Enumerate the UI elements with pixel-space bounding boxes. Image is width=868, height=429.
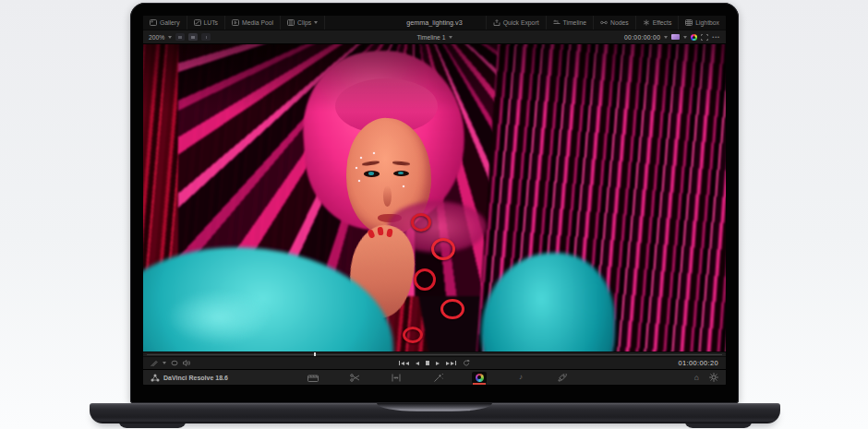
luts-button[interactable]: LUTs — [187, 16, 226, 30]
gallery-label: Gallery — [160, 19, 180, 26]
annotate-pencil-icon[interactable] — [151, 360, 158, 366]
grid-viewer-icon — [191, 36, 195, 39]
app-name: DaVinci Resolve 18.6 — [163, 375, 228, 381]
toolbar-left-group: Gallery LUTs Media Pool Clips — [143, 16, 325, 30]
clips-button[interactable]: Clips — [281, 16, 325, 30]
gallery-icon — [150, 19, 157, 26]
vignette-overlay — [143, 44, 726, 352]
timeline-button[interactable]: Timeline — [546, 16, 593, 30]
loop-button[interactable] — [463, 360, 470, 366]
page-media[interactable] — [306, 372, 320, 384]
compare-icon[interactable] — [171, 360, 178, 366]
zoom-chevron-icon[interactable] — [168, 36, 172, 39]
toolbar-right-group: Quick Export Timeline Nodes Effects — [486, 16, 726, 30]
color-wheels-icon[interactable] — [691, 34, 697, 41]
fairlight-icon: ♪ — [519, 374, 523, 381]
annotate-chevron-icon[interactable] — [163, 362, 166, 364]
transport-bar: 01:00:00:20 — [143, 356, 726, 369]
top-toolbar: Gallery LUTs Media Pool Clips — [143, 16, 726, 30]
transport-controls — [143, 360, 726, 366]
transport-tools — [151, 360, 190, 366]
davinci-resolve-window: Gallery LUTs Media Pool Clips — [143, 16, 726, 385]
status-bar-right: ⌂ — [694, 373, 718, 382]
timeline-icon — [553, 19, 561, 26]
luts-label: LUTs — [204, 19, 219, 26]
play-button[interactable] — [436, 362, 440, 365]
nodes-button[interactable]: Nodes — [593, 16, 635, 30]
cut-icon — [350, 374, 360, 382]
nodes-label: Nodes — [610, 19, 629, 26]
page-switcher: ♪ — [306, 370, 570, 385]
timeline-name: Timeline 1 — [416, 34, 445, 41]
media-icon — [307, 374, 319, 382]
quick-export-icon — [493, 19, 500, 26]
audio-speaker-icon[interactable] — [183, 360, 190, 366]
expand-icon[interactable] — [701, 34, 708, 41]
skip-start-button[interactable] — [399, 361, 409, 365]
clips-label: Clips — [297, 19, 311, 26]
portrait-artwork — [143, 44, 726, 352]
lightbox-label: Lightbox — [695, 19, 719, 26]
page-edit[interactable] — [389, 372, 404, 384]
timeline-chevron-icon — [449, 36, 452, 39]
page-cut[interactable] — [347, 372, 362, 384]
effects-button[interactable]: Effects — [635, 16, 679, 30]
clips-icon — [287, 19, 295, 26]
lightbox-button[interactable]: Lightbox — [678, 16, 726, 30]
quick-export-label: Quick Export — [503, 19, 539, 26]
nodes-icon — [600, 19, 608, 26]
effects-label: Effects — [653, 19, 672, 26]
single-viewer-button[interactable] — [175, 33, 185, 41]
media-pool-button[interactable]: Media Pool — [225, 16, 281, 30]
lightbox-icon — [685, 19, 693, 26]
source-timecode[interactable]: 00:00:00:00 — [624, 34, 660, 41]
page-fairlight[interactable]: ♪ — [513, 372, 528, 384]
viewer-canvas[interactable] — [143, 44, 726, 352]
viewer-bar-right: 00:00:00:00 ••• — [624, 34, 720, 41]
media-pool-icon — [232, 19, 239, 26]
grid-viewer-button[interactable] — [188, 33, 198, 41]
timecode-chevron-icon[interactable] — [664, 36, 668, 39]
macbook-pro-scene: Gallery LUTs Media Pool Clips — [0, 0, 868, 429]
chevron-down-icon — [314, 21, 318, 24]
step-back-button[interactable] — [416, 362, 419, 365]
single-viewer-icon — [178, 36, 182, 39]
fusion-icon — [433, 374, 443, 382]
timeline-label: Timeline — [563, 19, 586, 26]
clip-color-chevron-icon[interactable] — [683, 36, 687, 39]
split-viewer-icon — [206, 36, 208, 39]
more-options-button[interactable]: ••• — [712, 34, 720, 40]
laptop-screen: Gallery LUTs Media Pool Clips — [130, 3, 739, 403]
deliver-icon — [558, 374, 567, 382]
media-pool-label: Media Pool — [242, 19, 273, 26]
skip-end-button[interactable] — [446, 361, 456, 365]
page-deliver[interactable] — [555, 372, 570, 384]
zoom-level[interactable]: 200% — [149, 34, 164, 41]
timeline-timecode: 01:00:00:20 — [679, 359, 718, 367]
stop-button[interactable] — [426, 361, 430, 365]
quick-export-button[interactable]: Quick Export — [486, 16, 546, 30]
settings-gear-icon[interactable] — [709, 373, 718, 382]
davinci-resolve-logo — [151, 374, 160, 382]
status-bar: DaVinci Resolve 18.6 — [143, 369, 726, 385]
home-icon[interactable]: ⌂ — [694, 374, 699, 382]
luts-icon — [194, 19, 201, 26]
effects-icon — [643, 19, 650, 26]
page-fusion[interactable] — [430, 372, 445, 384]
color-icon — [476, 374, 484, 382]
page-color[interactable] — [472, 372, 487, 384]
edit-icon — [391, 374, 402, 382]
viewer-bar: 200% Timeline 1 00:00:00:00 ••• — [143, 30, 726, 44]
gallery-button[interactable]: Gallery — [143, 16, 187, 30]
split-viewer-button[interactable] — [201, 33, 211, 41]
clip-color-icon[interactable] — [671, 34, 680, 40]
app-identity: DaVinci Resolve 18.6 — [151, 374, 228, 382]
